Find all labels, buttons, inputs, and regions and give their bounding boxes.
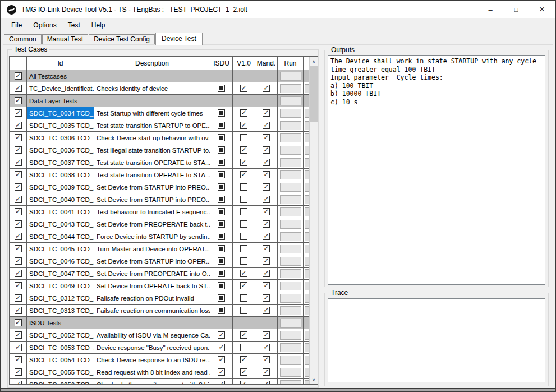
row-checkbox[interactable] — [15, 146, 22, 154]
mand-checkbox[interactable] — [263, 331, 270, 339]
table-row[interactable]: Data Layer Tests — [10, 95, 310, 107]
row-checkbox[interactable] — [15, 307, 22, 314]
table-row[interactable]: All Testcases — [10, 70, 310, 82]
run-button[interactable] — [280, 245, 301, 253]
trace-textbox[interactable] — [328, 298, 545, 382]
table-row[interactable]: SDCI_TC_0047 TCD_...Set Device from PREO… — [10, 268, 310, 280]
table-row[interactable]: SDCI_TC_0054 TCD_...Check Device respons… — [10, 354, 310, 366]
isdu-checkbox[interactable] — [218, 368, 225, 376]
run-button[interactable] — [280, 170, 301, 179]
v10-checkbox[interactable] — [240, 282, 247, 289]
row-checkbox[interactable] — [15, 97, 22, 104]
row-checkbox[interactable] — [15, 294, 22, 302]
isdu-checkbox[interactable] — [218, 282, 225, 289]
v10-checkbox[interactable] — [240, 368, 247, 376]
isdu-checkbox[interactable] — [218, 257, 225, 265]
run-button[interactable] — [280, 109, 301, 118]
v10-checkbox[interactable] — [240, 257, 247, 265]
menu-item-options[interactable]: Options — [27, 19, 62, 31]
v10-checkbox[interactable] — [240, 196, 247, 203]
mand-checkbox[interactable] — [263, 85, 270, 92]
tab-manual-test[interactable]: Manual Test — [42, 34, 88, 44]
mand-checkbox[interactable] — [263, 159, 270, 166]
isdu-checkbox[interactable] — [218, 356, 225, 363]
mand-checkbox[interactable] — [263, 171, 270, 178]
v10-checkbox[interactable] — [240, 183, 247, 191]
v10-checkbox[interactable] — [240, 122, 247, 129]
table-row[interactable]: SDCI_TC_0044 TCD_...Force Device into ST… — [10, 230, 310, 243]
scrollbar-thumb[interactable] — [310, 66, 318, 122]
v10-checkbox[interactable] — [240, 208, 247, 215]
maximize-icon[interactable]: □ — [503, 1, 529, 18]
header-id[interactable]: Id — [27, 57, 94, 70]
v10-checkbox[interactable] — [240, 220, 247, 228]
menu-item-file[interactable]: File — [6, 19, 27, 31]
isdu-checkbox[interactable] — [218, 381, 225, 385]
run-button[interactable] — [280, 84, 301, 93]
row-checkbox[interactable] — [15, 381, 22, 385]
mand-checkbox[interactable] — [263, 294, 270, 302]
tab-device-test[interactable]: Device Test — [155, 33, 203, 45]
run-button[interactable] — [280, 195, 301, 204]
mand-checkbox[interactable] — [263, 344, 270, 351]
row-checkbox[interactable] — [15, 85, 22, 92]
run-button[interactable] — [280, 133, 301, 142]
header-v10[interactable]: V1.0 — [233, 57, 255, 70]
table-row[interactable]: SDCI_TC_0038 TCD_...Test state transitio… — [10, 169, 310, 181]
table-row[interactable]: SDCI_TC_0039 TCD_...Set Device from STAR… — [10, 181, 310, 193]
isdu-checkbox[interactable] — [218, 307, 225, 314]
run-button[interactable] — [280, 356, 301, 365]
mand-checkbox[interactable] — [263, 220, 270, 228]
mand-checkbox[interactable] — [263, 368, 270, 376]
tab-device-test-config[interactable]: Device Test Config — [89, 34, 155, 44]
isdu-checkbox[interactable] — [218, 270, 225, 277]
run-button[interactable] — [280, 368, 301, 377]
header-mand[interactable]: Mand. — [255, 57, 278, 70]
isdu-checkbox[interactable] — [218, 344, 225, 351]
mand-checkbox[interactable] — [263, 356, 270, 363]
table-row[interactable]: SDCI_TC_0056 TCD_...Check whether a writ… — [10, 379, 310, 385]
isdu-checkbox[interactable] — [218, 183, 225, 191]
isdu-checkbox[interactable] — [218, 233, 225, 240]
isdu-checkbox[interactable] — [218, 85, 225, 92]
header-checkbox-col[interactable] — [10, 57, 27, 70]
isdu-checkbox[interactable] — [218, 122, 225, 129]
run-button[interactable] — [280, 331, 301, 340]
row-checkbox[interactable] — [15, 134, 22, 141]
v10-checkbox[interactable] — [240, 109, 247, 117]
v10-checkbox[interactable] — [240, 85, 247, 92]
v10-checkbox[interactable] — [240, 307, 247, 314]
isdu-checkbox[interactable] — [218, 208, 225, 215]
mand-checkbox[interactable] — [263, 146, 270, 154]
row-checkbox[interactable] — [15, 171, 22, 178]
v10-checkbox[interactable] — [240, 270, 247, 277]
run-button[interactable] — [280, 343, 301, 352]
isdu-checkbox[interactable] — [218, 171, 225, 178]
table-row[interactable]: SDCI_TC_0313 TCD_...Failsafe reaction on… — [10, 305, 310, 317]
mand-checkbox[interactable] — [263, 282, 270, 289]
table-row[interactable]: SDCI_TC_0040 TCD_...Set Device from STAR… — [10, 193, 310, 206]
mand-checkbox[interactable] — [263, 381, 270, 385]
table-row[interactable]: SDCI_TC_0045 TCD_...Turn Master and Devi… — [10, 243, 310, 255]
row-checkbox[interactable] — [15, 159, 22, 166]
table-row[interactable]: ISDU Tests — [10, 317, 310, 329]
mand-checkbox[interactable] — [263, 183, 270, 191]
isdu-checkbox[interactable] — [218, 196, 225, 203]
mand-checkbox[interactable] — [263, 134, 270, 141]
table-row[interactable]: SDCI_TC_0306 TCD_...Check Device start-u… — [10, 132, 310, 144]
header-isdu[interactable]: ISDU — [210, 57, 233, 70]
header-description[interactable]: Description — [94, 57, 210, 70]
menu-item-test[interactable]: Test — [62, 19, 86, 31]
row-checkbox[interactable] — [15, 208, 22, 215]
row-checkbox[interactable] — [15, 319, 22, 326]
header-run[interactable]: Run — [278, 57, 304, 70]
isdu-checkbox[interactable] — [218, 159, 225, 166]
table-row[interactable]: TC_Device_Identificat...Checks identity … — [10, 82, 310, 95]
row-checkbox[interactable] — [15, 257, 22, 265]
table-row[interactable]: SDCI_TC_0036 TCD_...Test illegal state t… — [10, 144, 310, 156]
run-button[interactable] — [280, 183, 301, 192]
table-row[interactable]: SDCI_TC_0043 TCD_...Set Device from PREO… — [10, 218, 310, 230]
mand-checkbox[interactable] — [263, 307, 270, 314]
v10-checkbox[interactable] — [240, 146, 247, 154]
isdu-checkbox[interactable] — [218, 134, 225, 141]
